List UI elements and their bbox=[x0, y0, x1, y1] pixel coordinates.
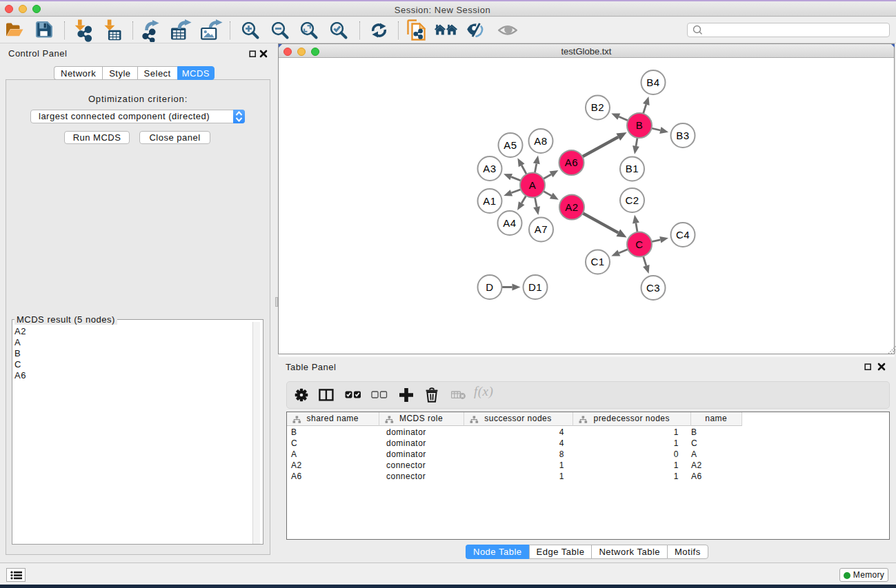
svg-text:A5: A5 bbox=[504, 139, 517, 151]
svg-text:D1: D1 bbox=[528, 281, 542, 293]
svg-text:A7: A7 bbox=[535, 223, 548, 235]
svg-text:B4: B4 bbox=[646, 77, 659, 88]
svg-text:A: A bbox=[529, 179, 537, 191]
svg-text:C4: C4 bbox=[676, 229, 690, 241]
svg-text:A6: A6 bbox=[565, 156, 578, 168]
svg-text:B1: B1 bbox=[626, 163, 639, 174]
svg-text:B3: B3 bbox=[676, 130, 689, 141]
svg-text:C1: C1 bbox=[590, 256, 604, 267]
svg-text:D: D bbox=[486, 281, 493, 293]
svg-text:A1: A1 bbox=[483, 195, 496, 207]
svg-text:C3: C3 bbox=[646, 282, 660, 294]
svg-text:A2: A2 bbox=[565, 201, 578, 213]
svg-text:B: B bbox=[636, 119, 644, 131]
svg-text:A3: A3 bbox=[483, 163, 496, 174]
svg-text:A8: A8 bbox=[534, 135, 547, 147]
svg-text:C: C bbox=[635, 239, 643, 250]
svg-text:A4: A4 bbox=[503, 217, 516, 229]
svg-text:B2: B2 bbox=[591, 101, 604, 113]
svg-text:C2: C2 bbox=[625, 194, 639, 206]
